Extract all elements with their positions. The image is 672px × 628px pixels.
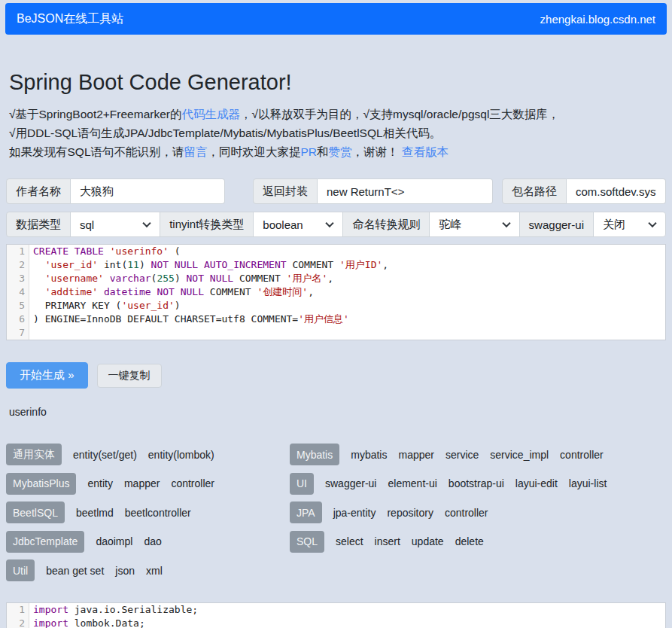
tag-item-dao[interactable]: dao — [144, 535, 161, 547]
tag-item-swagger-ui[interactable]: swagger-ui — [325, 477, 376, 489]
site-link[interactable]: zhengkai.blog.csdn.net — [540, 13, 655, 26]
author-label: 作者名称 — [6, 178, 71, 204]
main-content: Spring Boot Code Generator! √基于SpringBoo… — [0, 70, 672, 628]
tag-column-left: 通用实体entity(set/get)entity(lombok)Mybatis… — [6, 444, 290, 589]
tag-item-repository[interactable]: repository — [387, 507, 433, 519]
line-number: 2 — [7, 258, 29, 272]
tinyint-value: boolean — [263, 218, 303, 231]
tag-item-mapper[interactable]: mapper — [398, 449, 433, 461]
code-line: 2import lombok.Data; — [7, 617, 665, 628]
package-label: 包名路径 — [502, 178, 567, 204]
swagger-select[interactable]: 关闭 — [593, 212, 666, 237]
desc-text: ，谢谢！ — [352, 145, 399, 158]
tag-item-mapper[interactable]: mapper — [124, 477, 160, 489]
tag-item-beetlmd[interactable]: beetlmd — [76, 507, 114, 519]
form-row-2: 数据类型 sql tinyint转换类型 boolean 命名转换规则 驼峰 s… — [6, 212, 666, 237]
tag-group: UIswagger-uielement-uibootstrap-uilayui-… — [290, 473, 666, 495]
code-line: 5 PRIMARY KEY ('user_id') — [7, 299, 665, 312]
desc-text: ，√以释放双手为目的，√支持mysql/oracle/pgsql三大数据库， — [240, 108, 559, 120]
desc-text: 如果发现有SQL语句不能识别，请 — [9, 145, 184, 158]
description-line-1: √基于SpringBoot2+Freemarker的代码生成器，√以释放双手为目… — [9, 105, 663, 123]
tag-item-controller[interactable]: controller — [560, 449, 604, 461]
view-version-link[interactable]: 查看版本 — [402, 145, 449, 158]
tinyint-label: tinyint转换类型 — [160, 212, 254, 237]
brand-link[interactable]: BeJSON在线工具站 — [17, 11, 123, 27]
tag-item-service-impl[interactable]: service_impl — [490, 449, 549, 461]
tag-item-service[interactable]: service — [445, 449, 479, 461]
code-line: 1CREATE TABLE 'userinfo' ( — [7, 245, 665, 258]
author-input[interactable] — [71, 178, 225, 204]
tag-group: SQLselectinsertupdatedelete — [290, 531, 666, 553]
java-editor[interactable]: 1import java.io.Serializable;2import lom… — [6, 602, 666, 628]
code-line: 6) ENGINE=InnoDB DEFAULT CHARSET=utf8 CO… — [7, 312, 665, 326]
tag-item-insert[interactable]: insert — [375, 535, 400, 547]
line-number: 4 — [7, 285, 29, 299]
tag-item-entity[interactable]: entity — [87, 477, 112, 489]
description-line-2: √用DDL-SQL语句生成JPA/JdbcTemplate/Mybatis/My… — [9, 123, 663, 142]
author-group: 作者名称 — [6, 178, 225, 204]
line-number: 5 — [7, 299, 29, 312]
tag-item-bean-get-set[interactable]: bean get set — [46, 565, 104, 577]
line-number: 1 — [7, 603, 29, 617]
code-text: import java.io.Serializable; — [29, 603, 198, 617]
tag-item-beetlcontroller[interactable]: beetlcontroller — [125, 507, 191, 519]
code-text: 'user_id' int(11) NOT NULL AUTO_INCREMEN… — [29, 258, 388, 272]
tag-item-entity-set-get-[interactable]: entity(set/get) — [73, 449, 137, 461]
sql-editor[interactable]: 1CREATE TABLE 'userinfo' (2 'user_id' in… — [6, 244, 666, 340]
generate-button[interactable]: 开始生成 » — [6, 362, 88, 389]
tag-column-right: Mybatismybatismapperserviceservice_implc… — [290, 444, 666, 589]
return-wrapper-input[interactable] — [318, 178, 493, 204]
tag-item-json[interactable]: json — [115, 565, 135, 577]
leave-message-link[interactable]: 留言 — [184, 145, 208, 158]
line-number: 2 — [7, 617, 29, 628]
description: √基于SpringBoot2+Freemarker的代码生成器，√以释放双手为目… — [9, 105, 663, 161]
line-number: 6 — [7, 312, 29, 326]
tag-item-bootstrap-ui[interactable]: bootstrap-ui — [449, 477, 504, 489]
tag-item-update[interactable]: update — [412, 535, 444, 547]
line-number: 7 — [7, 326, 29, 340]
tag-item-layui-list[interactable]: layui-list — [569, 477, 607, 489]
tag-item-xml[interactable]: xml — [146, 565, 163, 577]
code-text: ) ENGINE=InnoDB DEFAULT CHARSET=utf8 COM… — [29, 312, 349, 326]
tag-group-badge-beetlsql: BeetlSQL — [6, 501, 65, 523]
tag-item-controller[interactable]: controller — [171, 477, 214, 489]
tag-item-element-ui[interactable]: element-ui — [388, 477, 436, 489]
tag-item-delete[interactable]: delete — [455, 535, 484, 547]
tag-item-jpa-entity[interactable]: jpa-entity — [333, 507, 376, 519]
tag-item-layui-edit[interactable]: layui-edit — [515, 477, 558, 489]
tag-group: Mybatismybatismapperserviceservice_implc… — [290, 444, 666, 465]
pr-link[interactable]: PR — [301, 145, 318, 158]
description-line-3: 如果发现有SQL语句不能识别，请留言，同时欢迎大家提PR和赞赏，谢谢！ 查看版本 — [9, 142, 663, 161]
tag-group-badge-jpa: JPA — [290, 501, 322, 523]
top-navbar: BeJSON在线工具站 zhengkai.blog.csdn.net — [5, 3, 667, 35]
tinyint-select[interactable]: boolean — [253, 212, 343, 237]
tag-group: 通用实体entity(set/get)entity(lombok) — [6, 444, 290, 465]
code-line: 2 'user_id' int(11) NOT NULL AUTO_INCREM… — [7, 258, 665, 272]
tag-item-entity-lombok-[interactable]: entity(lombok) — [148, 449, 214, 461]
tag-group-badge-util: Util — [6, 559, 35, 581]
chevron-down-icon — [326, 219, 334, 227]
package-input[interactable] — [567, 178, 666, 204]
code-text: 'addtime' datetime NOT NULL COMMENT '创建时… — [29, 285, 314, 299]
copy-button[interactable]: 一键复制 — [97, 364, 162, 388]
code-generator-link[interactable]: 代码生成器 — [181, 108, 240, 120]
table-name-label: userinfo — [6, 406, 666, 418]
code-line: 7 — [7, 326, 665, 340]
tag-item-controller[interactable]: controller — [445, 507, 488, 519]
swagger-label: swagger-ui — [519, 212, 594, 237]
tag-item-mybatis[interactable]: mybatis — [351, 449, 387, 461]
tag-group: JdbcTemplatedaoimpldao — [6, 531, 290, 553]
tag-item-daoimpl[interactable]: daoimpl — [96, 535, 132, 547]
tag-group: JPAjpa-entityrepositorycontroller — [290, 501, 666, 523]
datatype-select[interactable]: sql — [70, 212, 160, 237]
return-wrapper-group: 返回封装 — [253, 178, 493, 204]
line-number: 1 — [7, 245, 29, 258]
page-title: Spring Boot Code Generator! — [9, 70, 663, 95]
donate-link[interactable]: 赞赏 — [329, 145, 352, 158]
tag-group-badge-jdbctemplate: JdbcTemplate — [6, 531, 84, 553]
desc-text: 和 — [317, 145, 329, 158]
naming-select[interactable]: 驼峰 — [429, 212, 519, 237]
tag-group: Utilbean get setjsonxml — [6, 559, 290, 581]
tag-item-select[interactable]: select — [336, 535, 363, 547]
tag-group-badge-mybatisplus: MybatisPlus — [6, 473, 76, 495]
